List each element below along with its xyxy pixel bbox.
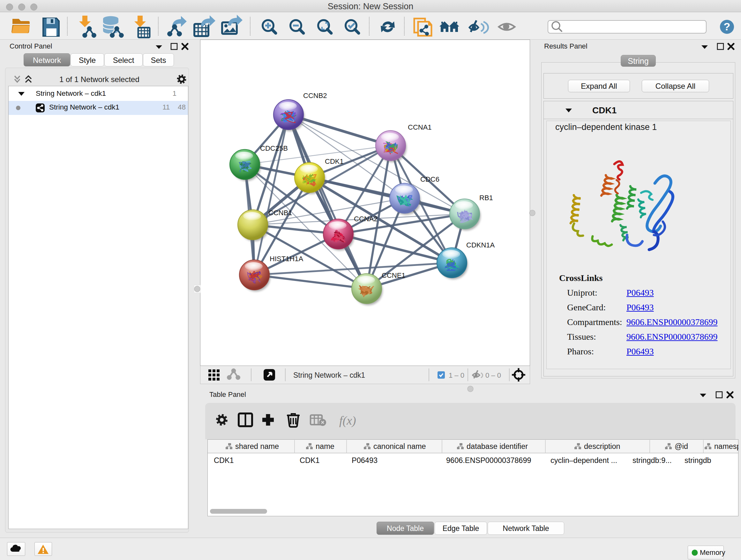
svg-text:CCNE1: CCNE1 — [382, 271, 406, 279]
svg-text:shared name: shared name — [235, 442, 279, 450]
svg-text:P06493: P06493 — [352, 456, 378, 464]
svg-text:9606.ENSP00000378699: 9606.ENSP00000378699 — [446, 456, 531, 464]
svg-text:HIST1H1A: HIST1H1A — [270, 255, 303, 263]
svg-text:database identifier: database identifier — [467, 442, 528, 450]
svg-text:CDK1: CDK1 — [300, 456, 320, 464]
svg-text:CDC25B: CDC25B — [260, 144, 288, 152]
svg-text:f(x): f(x) — [339, 414, 356, 428]
svg-text:@id: @id — [675, 442, 688, 450]
svg-text:CDKN1A: CDKN1A — [466, 241, 495, 249]
svg-text:?: ? — [724, 20, 731, 33]
svg-text:stringdb: stringdb — [684, 456, 711, 464]
svg-text:0 – 0: 0 – 0 — [485, 371, 501, 379]
svg-text:CDK1: CDK1 — [214, 456, 234, 464]
svg-text:name: name — [316, 442, 334, 450]
svg-text:description: description — [584, 442, 620, 450]
svg-text:1 – 0: 1 – 0 — [449, 371, 464, 379]
svg-text:1 of 1 Network selected: 1 of 1 Network selected — [59, 75, 139, 84]
svg-text:namespac: namespac — [714, 442, 738, 450]
svg-text:CCNB2: CCNB2 — [303, 91, 327, 100]
svg-text:canonical name: canonical name — [374, 442, 426, 450]
svg-text:CCNA1: CCNA1 — [408, 123, 432, 131]
svg-text:CDC6: CDC6 — [420, 175, 440, 183]
svg-text:cyclin–dependent ...: cyclin–dependent ... — [550, 456, 617, 464]
svg-text:CCNA2: CCNA2 — [354, 215, 378, 223]
svg-text:CDK1: CDK1 — [325, 158, 344, 165]
svg-text:CCNB1: CCNB1 — [268, 209, 292, 217]
svg-text:stringdb:9...: stringdb:9... — [632, 456, 672, 464]
svg-text:RB1: RB1 — [479, 194, 493, 202]
svg-text:String Network – cdk1: String Network – cdk1 — [293, 371, 365, 379]
